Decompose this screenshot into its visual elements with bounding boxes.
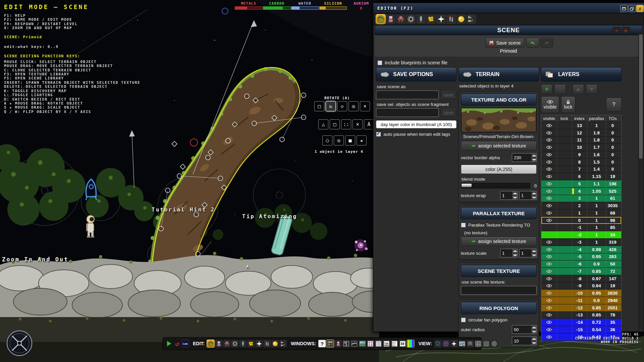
texture-wrap-y-spinner[interactable]: 1 bbox=[519, 191, 537, 200]
rover-icon[interactable] bbox=[396, 14, 406, 24]
layer-cell-visible[interactable] bbox=[541, 195, 557, 202]
star-tool[interactable]: ★ bbox=[357, 135, 367, 145]
toggle-visible-button[interactable]: visible bbox=[541, 96, 559, 113]
layer-row[interactable]: -31319 bbox=[541, 239, 621, 246]
layer-row[interactable]: -130.8578 bbox=[541, 312, 621, 319]
eye-icon[interactable] bbox=[545, 327, 553, 332]
layer-cell-visible[interactable] bbox=[541, 202, 557, 209]
eye-icon[interactable] bbox=[545, 306, 553, 310]
eye-icon[interactable] bbox=[545, 174, 553, 179]
undo-button[interactable] bbox=[526, 38, 539, 48]
eye-icon[interactable] bbox=[545, 284, 553, 288]
eye-icon[interactable] bbox=[545, 145, 553, 149]
layer-cell-visible[interactable] bbox=[541, 173, 557, 180]
layer-row[interactable]: -2134 bbox=[541, 231, 621, 239]
layer-row[interactable]: 1310 bbox=[541, 122, 621, 129]
gold-icon[interactable] bbox=[426, 14, 436, 24]
dither-window-icon[interactable] bbox=[375, 340, 382, 347]
eye-icon[interactable] bbox=[545, 254, 553, 259]
disc-tool[interactable]: ◎ bbox=[334, 135, 344, 145]
layer-cell-visible[interactable] bbox=[541, 209, 557, 217]
outer-radius-spinner[interactable]: 50 bbox=[512, 325, 537, 334]
play-scene-button[interactable]: ▶ bbox=[622, 27, 630, 34]
layer-row[interactable]: 41.05525 bbox=[541, 188, 621, 195]
eye-icon[interactable] bbox=[545, 277, 553, 281]
layer-cell-visible[interactable] bbox=[541, 268, 557, 275]
layer-cell-visible[interactable] bbox=[541, 334, 557, 341]
save-scene-button[interactable]: Save scene bbox=[485, 38, 524, 48]
layer-cell-visible[interactable] bbox=[541, 166, 557, 173]
circular-fan-checkbox[interactable] bbox=[461, 317, 466, 322]
gold-icon[interactable] bbox=[247, 340, 255, 347]
gear-icon[interactable] bbox=[231, 340, 238, 347]
auto-pause-checkbox[interactable] bbox=[376, 132, 381, 137]
rover-icon[interactable] bbox=[223, 340, 230, 347]
layer-row[interactable]: 121.90 bbox=[541, 129, 621, 137]
eye-icon[interactable] bbox=[545, 138, 553, 142]
texture-thumbnail[interactable] bbox=[461, 108, 537, 132]
layer-row[interactable]: -1185 bbox=[541, 224, 621, 232]
layer-cell-visible[interactable] bbox=[541, 137, 557, 144]
eye-icon[interactable] bbox=[545, 131, 553, 135]
vector-border-alpha-spinner[interactable]: 230 bbox=[512, 153, 537, 162]
texture-scale-y-spinner[interactable]: 1 bbox=[519, 249, 537, 257]
eye-icon[interactable] bbox=[545, 160, 553, 164]
layer-cell-visible[interactable] bbox=[541, 319, 557, 326]
eye-icon[interactable] bbox=[545, 182, 553, 186]
texture-wrap-x-spinner[interactable]: 1 bbox=[500, 191, 518, 200]
fragment-input[interactable] bbox=[376, 108, 439, 117]
rings-icon[interactable] bbox=[491, 340, 498, 347]
layer-row[interactable]: 101.70 bbox=[541, 144, 621, 151]
layer-row[interactable]: -90.9419 bbox=[541, 283, 621, 290]
assign-texture-button[interactable]: assign selected texture bbox=[461, 141, 537, 150]
layer-row[interactable]: 111.80 bbox=[541, 137, 621, 144]
flash-icon[interactable] bbox=[450, 340, 458, 347]
scrollbar-thumb[interactable] bbox=[639, 35, 643, 159]
points-tool[interactable]: :: bbox=[341, 119, 351, 129]
help-icon[interactable]: ? bbox=[318, 340, 326, 347]
fine-grid-icon[interactable] bbox=[483, 340, 490, 347]
rect-tool[interactable]: □ bbox=[330, 119, 340, 129]
layer-row[interactable]: 71.40 bbox=[541, 166, 621, 173]
ring-tool[interactable]: ○ bbox=[322, 135, 332, 145]
bezier-tool[interactable]: ◇ bbox=[337, 101, 347, 111]
day-layer-color-button[interactable]: day layer color in thumbnail (A:100) bbox=[376, 120, 457, 128]
emc2-icon[interactable]: E=mc² bbox=[467, 14, 476, 24]
swirl-icon[interactable] bbox=[467, 340, 474, 347]
texture-scale-x-spinner[interactable]: 1 bbox=[500, 249, 518, 257]
layer-row[interactable]: -50.95263 bbox=[541, 253, 621, 261]
layer-cell-visible[interactable] bbox=[541, 326, 557, 333]
save-scene-as-input[interactable] bbox=[376, 90, 439, 99]
eye-icon[interactable] bbox=[545, 298, 553, 303]
eye-icon[interactable] bbox=[545, 247, 553, 252]
target-tool[interactable]: ◎ bbox=[348, 101, 359, 111]
eb-window-icon[interactable]: EB bbox=[399, 340, 406, 347]
lua-window-icon[interactable]: Lua bbox=[383, 340, 390, 347]
explosion-icon[interactable] bbox=[436, 14, 446, 24]
delete-tool[interactable]: × bbox=[353, 119, 363, 129]
eye-icon[interactable] bbox=[545, 291, 553, 295]
layer-cell-visible[interactable] bbox=[541, 246, 557, 253]
save-scene-as-button[interactable]: save bbox=[440, 90, 457, 99]
errors-window-icon[interactable]: ErrErr bbox=[391, 340, 398, 347]
layer-cell-visible[interactable] bbox=[541, 180, 557, 187]
close-button[interactable]: ✗ bbox=[636, 5, 644, 12]
editor-titlebar[interactable]: EDITOR (F2) bbox=[373, 3, 644, 13]
layer-cell-visible[interactable] bbox=[541, 151, 557, 158]
probe-icon[interactable] bbox=[239, 340, 247, 347]
eye-icon[interactable] bbox=[545, 203, 553, 208]
layer-cell-visible[interactable] bbox=[541, 283, 557, 290]
terrain-window-icon[interactable] bbox=[351, 340, 358, 347]
blend-mode-slider[interactable] bbox=[461, 183, 530, 188]
layer-cell-visible[interactable] bbox=[541, 290, 557, 297]
eye-icon[interactable] bbox=[545, 189, 553, 193]
eye-icon[interactable] bbox=[545, 313, 553, 317]
layers-help-button[interactable]: ? bbox=[606, 98, 622, 112]
layer-row[interactable]: -70.8572 bbox=[541, 268, 621, 275]
triangle-tool[interactable]: △ bbox=[318, 119, 328, 129]
layer-row[interactable]: -60.950 bbox=[541, 260, 621, 268]
layer-cell-visible[interactable] bbox=[541, 224, 557, 231]
sprites-window-icon[interactable] bbox=[367, 340, 374, 347]
layer-cell-visible[interactable] bbox=[541, 239, 557, 246]
eye-icon[interactable] bbox=[545, 211, 553, 215]
